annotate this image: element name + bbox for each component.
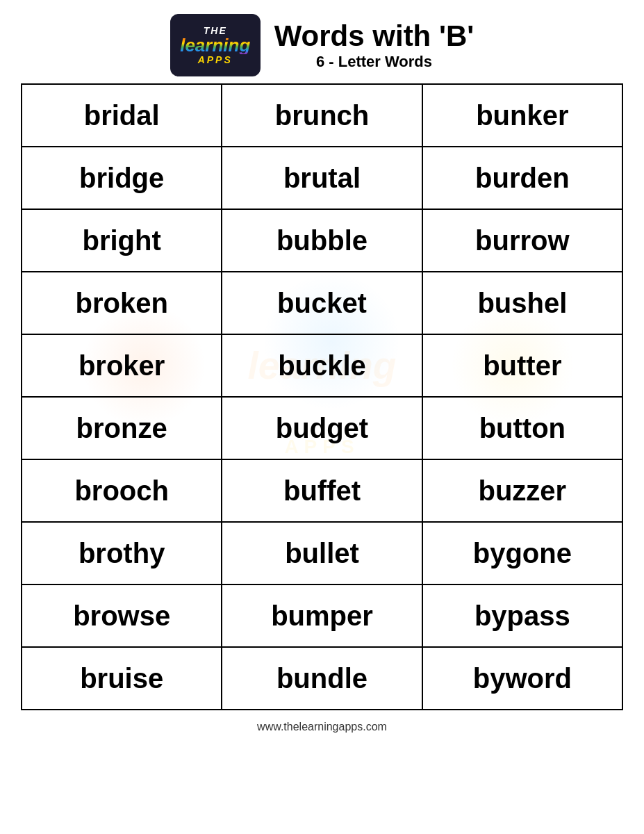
table-row: brokerbucklebutter [22, 334, 622, 397]
word-cell: bushel [422, 272, 622, 334]
table-wrapper: learning APPS bridalbrunchbunkerbridgebr… [21, 83, 623, 710]
word-cell: bygone [422, 522, 622, 584]
title-section: Words with 'B' 6 - Letter Words [274, 19, 474, 71]
word-cell: bucket [222, 272, 422, 334]
sub-title: 6 - Letter Words [316, 53, 432, 71]
website-link: www.thelearningapps.com [257, 721, 387, 733]
word-cell: bypass [422, 584, 622, 647]
table-row: brightbubbleburrow [22, 209, 622, 272]
word-cell: bumper [222, 584, 422, 647]
word-cell: burden [422, 147, 622, 209]
word-cell: butter [422, 334, 622, 397]
word-cell: bridge [22, 147, 222, 209]
word-cell: bruise [22, 647, 222, 710]
word-cell: bronze [22, 397, 222, 459]
table-row: brokenbucketbushel [22, 272, 622, 334]
main-title: Words with 'B' [274, 19, 474, 53]
table-row: brothybulletbygone [22, 522, 622, 584]
word-cell: button [422, 397, 622, 459]
word-cell: broker [22, 334, 222, 397]
word-cell: buckle [222, 334, 422, 397]
word-cell: brothy [22, 522, 222, 584]
word-cell: brooch [22, 459, 222, 522]
table-row: bridalbrunchbunker [22, 84, 622, 147]
word-cell: budget [222, 397, 422, 459]
table-row: bronzebudgetbutton [22, 397, 622, 459]
word-cell: bubble [222, 209, 422, 272]
word-cell: bright [22, 209, 222, 272]
word-cell: burrow [422, 209, 622, 272]
word-cell: brunch [222, 84, 422, 147]
logo: THE learning APPS [170, 14, 261, 76]
table-row: browsebumperbypass [22, 584, 622, 647]
word-cell: broken [22, 272, 222, 334]
word-cell: bunker [422, 84, 622, 147]
table-row: bridgebrutalburden [22, 147, 622, 209]
table-row: bruisebundlebyword [22, 647, 622, 710]
word-cell: bridal [22, 84, 222, 147]
word-cell: byword [422, 647, 622, 710]
logo-learning: learning [180, 36, 250, 54]
word-cell: buffet [222, 459, 422, 522]
logo-apps: APPS [198, 54, 233, 65]
page-header: THE learning APPS Words with 'B' 6 - Let… [21, 14, 623, 76]
table-row: broochbuffetbuzzer [22, 459, 622, 522]
word-table: bridalbrunchbunkerbridgebrutalburdenbrig… [21, 83, 623, 710]
word-cell: brutal [222, 147, 422, 209]
footer: www.thelearningapps.com [257, 721, 387, 733]
word-cell: browse [22, 584, 222, 647]
word-cell: buzzer [422, 459, 622, 522]
word-cell: bundle [222, 647, 422, 710]
word-cell: bullet [222, 522, 422, 584]
